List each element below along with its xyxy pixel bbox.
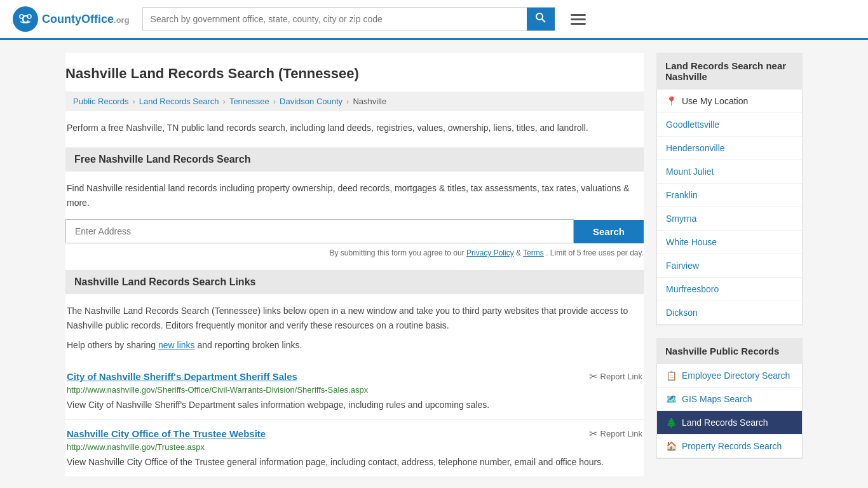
search-button[interactable]: Search (574, 220, 644, 243)
breadcrumb: Public Records › Land Records Search › T… (65, 92, 644, 111)
sidebar-item-property-records[interactable]: 🏠 Property Records Search (657, 435, 802, 458)
land-records-icon: 🌲 (666, 417, 677, 428)
employee-dir-icon: 📋 (666, 370, 677, 381)
menu-button[interactable] (568, 11, 588, 27)
header-search-input[interactable] (143, 9, 527, 29)
page-description: Perform a free Nashville, TN public land… (65, 121, 644, 135)
site-logo[interactable]: C CountyOffice.org (13, 6, 130, 32)
share-text: Help others by sharing new links and rep… (65, 340, 644, 350)
terms-link[interactable]: Terms (523, 248, 544, 257)
menu-bar-1 (571, 14, 586, 16)
privacy-policy-link[interactable]: Privacy Policy (466, 248, 514, 257)
sidebar-item-land-records[interactable]: 🌲 Land Records Search (657, 411, 802, 435)
report-link-btn-1[interactable]: ✂ Report Link (589, 428, 642, 440)
record-link-url-1: http://www.nashville.gov/Trustee.aspx (67, 442, 642, 452)
record-link-url-0: http://www.nashville.gov/Sheriffs-Office… (67, 385, 642, 395)
breadcrumb-davidson[interactable]: Davidson County (280, 97, 342, 106)
logo-text: CountyOffice.org (42, 13, 130, 26)
breadcrumb-sep-4: › (346, 97, 349, 106)
sidebar-item-gis-maps[interactable]: 🗺️ GIS Maps Search (657, 388, 802, 411)
sidebar-nearby-section: Land Records Search near Nashville 📍 Use… (656, 53, 803, 325)
sidebar-item-murfreesboro[interactable]: Murfreesboro (657, 278, 802, 301)
record-link-title-1[interactable]: Nashville City Office of The Trustee Web… (67, 428, 266, 439)
scissors-icon-1: ✂ (589, 428, 597, 440)
main-container: Nashville Land Records Search (Tennessee… (53, 40, 815, 488)
breadcrumb-sep-3: › (273, 97, 276, 106)
sidebar-item-smyrna[interactable]: Smyrna (657, 207, 802, 231)
property-records-icon: 🏠 (666, 441, 677, 451)
content-area: Nashville Land Records Search (Tennessee… (65, 53, 644, 477)
gis-maps-icon: 🗺️ (666, 394, 677, 404)
menu-bar-3 (571, 23, 586, 25)
sidebar-item-white-house[interactable]: White House (657, 231, 802, 254)
svg-point-4 (536, 13, 543, 20)
free-search-desc: Find Nashville residential land records … (65, 181, 644, 210)
scissors-icon-0: ✂ (589, 370, 597, 383)
breadcrumb-land-records[interactable]: Land Records Search (139, 97, 219, 106)
sidebar-nearby-title: Land Records Search near Nashville (656, 53, 803, 90)
site-header: C CountyOffice.org (0, 0, 868, 40)
record-link-title-row-1: Nashville City Office of The Trustee Web… (67, 428, 642, 440)
record-link-title-0[interactable]: City of Nashville Sheriff's Department S… (67, 371, 297, 382)
new-links-link[interactable]: new links (158, 340, 195, 350)
page-title: Nashville Land Records Search (Tennessee… (65, 53, 644, 92)
report-link-btn-0[interactable]: ✂ Report Link (589, 370, 642, 383)
sidebar-item-mount-juliet[interactable]: Mount Juliet (657, 160, 802, 184)
sidebar-item-fairview[interactable]: Fairview (657, 254, 802, 278)
record-link-title-row-0: City of Nashville Sheriff's Department S… (67, 370, 642, 383)
pin-icon: 📍 (666, 96, 677, 106)
breadcrumb-tennessee[interactable]: Tennessee (229, 97, 269, 106)
form-disclaimer: By submitting this form you agree to our… (65, 248, 644, 257)
sidebar-item-franklin[interactable]: Franklin (657, 184, 802, 207)
record-link-desc-1: View Nashville City Office of the Truste… (67, 456, 642, 469)
breadcrumb-public-records[interactable]: Public Records (73, 97, 128, 106)
sidebar-item-goodlettsville[interactable]: Goodlettsville (657, 113, 802, 137)
logo-icon: C (13, 6, 38, 32)
breadcrumb-sep-1: › (132, 97, 135, 106)
address-input[interactable] (65, 219, 574, 243)
header-search-bar (142, 7, 555, 31)
sidebar-use-location[interactable]: 📍 Use My Location (657, 90, 802, 113)
links-desc: The Nashville Land Records Search (Tenne… (65, 304, 644, 332)
sidebar-public-records-title: Nashville Public Records (656, 338, 803, 364)
sidebar-item-employee-directory[interactable]: 📋 Employee Directory Search (657, 364, 802, 388)
record-link-item-0: City of Nashville Sheriff's Department S… (65, 363, 644, 420)
sidebar-item-hendersonville[interactable]: Hendersonville (657, 137, 802, 160)
sidebar-public-records-section: Nashville Public Records 📋 Employee Dire… (656, 338, 803, 459)
address-search-row: Search (65, 219, 644, 243)
svg-line-5 (542, 19, 545, 22)
sidebar-item-dickson[interactable]: Dickson (657, 301, 802, 325)
header-search-button[interactable] (527, 8, 555, 30)
record-link-desc-0: View City of Nashville Sheriff's Departm… (67, 398, 642, 412)
links-section-header: Nashville Land Records Search Links (65, 270, 644, 294)
sidebar-public-records-list: 📋 Employee Directory Search 🗺️ GIS Maps … (656, 364, 803, 459)
record-link-item-1: Nashville City Office of The Trustee Web… (65, 420, 644, 477)
breadcrumb-sep-2: › (223, 97, 226, 106)
free-search-header: Free Nashville Land Records Search (65, 147, 644, 172)
breadcrumb-nashville: Nashville (353, 97, 386, 106)
sidebar-nearby-list: 📍 Use My Location Goodlettsville Henders… (656, 90, 803, 325)
menu-bar-2 (571, 18, 586, 20)
sidebar: Land Records Search near Nashville 📍 Use… (656, 53, 803, 477)
